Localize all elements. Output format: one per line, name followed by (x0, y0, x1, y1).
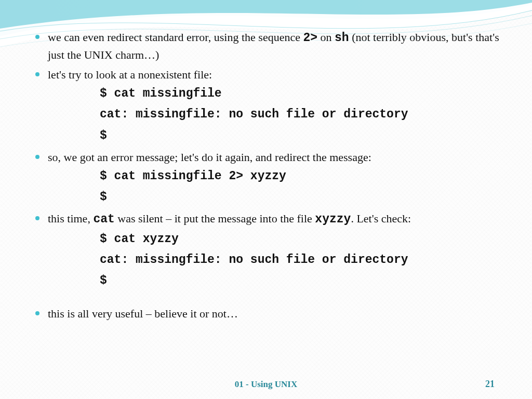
footer-title: 01 - Using UNIX (235, 379, 297, 389)
text-fragment: . Let's check: (351, 212, 411, 225)
bullet-item-2: let's try to look at a nonexistent file:… (31, 66, 501, 146)
bullet-item-1: we can even redirect standard error, usi… (31, 29, 501, 63)
code-line: $ cat missingfile (100, 87, 222, 100)
code-line: cat: missingfile: no such file or direct… (100, 108, 408, 121)
code-block-2: $ cat missingfile 2> xyzzy $ (100, 166, 501, 208)
text-fragment: was silent – it put the message into the… (115, 212, 315, 225)
inline-code: 2> (303, 31, 317, 45)
bullet-item-5: this is all very useful – believe it or … (31, 305, 501, 322)
code-block-3: $ cat xyzzy cat: missingfile: no such fi… (100, 229, 501, 291)
code-line: $ (100, 129, 107, 142)
inline-code: xyzzy (315, 212, 351, 226)
code-line: $ cat xyzzy (100, 232, 179, 246)
text-fragment: on (317, 31, 335, 44)
code-line: cat: missingfile: no such file or direct… (100, 253, 408, 267)
bullet-item-3: so, we got an error message; let's do it… (31, 149, 501, 207)
slide-footer: 01 - Using UNIX 21 (0, 379, 532, 390)
inline-code: sh (335, 31, 349, 45)
code-line: $ (100, 274, 107, 287)
slide-content: we can even redirect standard error, usi… (0, 0, 532, 322)
text-fragment: let's try to look at a nonexistent file: (48, 68, 212, 81)
text-fragment: we can even redirect standard error, usi… (48, 31, 303, 44)
text-fragment: so, we got an error message; let's do it… (48, 151, 371, 164)
bullet-item-4: this time, cat was silent – it put the m… (31, 210, 501, 291)
code-block-1: $ cat missingfile cat: missingfile: no s… (100, 83, 501, 146)
footer-page-number: 21 (485, 379, 495, 390)
text-fragment: this time, (48, 212, 93, 225)
text-fragment: this is all very useful – believe it or … (48, 307, 238, 320)
inline-code: cat (93, 212, 114, 226)
bullet-list: we can even redirect standard error, usi… (31, 29, 501, 322)
code-line: $ cat missingfile 2> xyzzy (100, 169, 286, 183)
code-line: $ (100, 190, 107, 204)
